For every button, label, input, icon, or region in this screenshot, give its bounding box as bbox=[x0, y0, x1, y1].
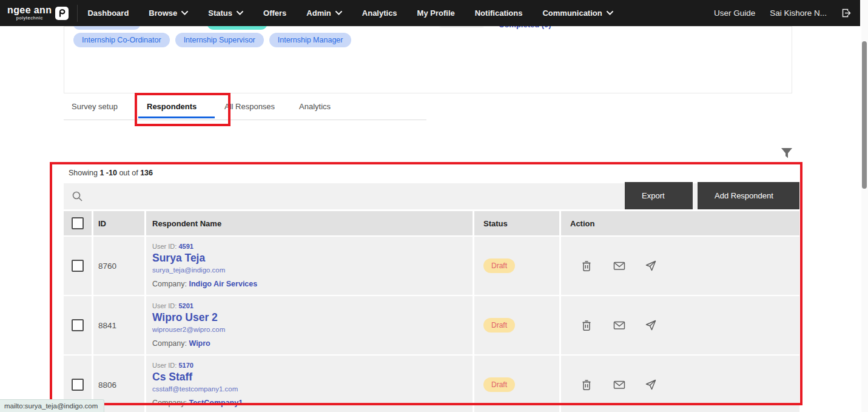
row-name-cell: User ID: 5201 Wipro User 2 wiprouser2@wi… bbox=[146, 296, 473, 354]
nav-item-label: Communication bbox=[542, 8, 602, 18]
nav-item-offers[interactable]: Offers bbox=[263, 8, 286, 18]
tab-respondents[interactable]: Respondents bbox=[147, 102, 197, 111]
tab-analytics[interactable]: Analytics bbox=[299, 102, 331, 111]
add-respondent-button[interactable]: Add Respondent bbox=[698, 182, 799, 209]
search-icon[interactable] bbox=[72, 191, 83, 202]
header-status: Status bbox=[474, 211, 559, 235]
nav-item-notifications[interactable]: Notifications bbox=[475, 8, 523, 18]
table-header: ID Respondent Name Status Action bbox=[64, 211, 799, 235]
table-row: 8841 User ID: 5201 Wipro User 2 wiprouse… bbox=[64, 296, 799, 354]
envelope-icon[interactable] bbox=[613, 319, 625, 331]
ngee-ann-logo[interactable]: ngee ann polytechnic bbox=[0, 0, 77, 26]
np-logo-icon bbox=[55, 7, 69, 20]
envelope-icon[interactable] bbox=[613, 379, 625, 391]
table-row: 8806 User ID: 5170 Cs Staff csstaff@test… bbox=[64, 356, 799, 412]
row-status-cell: Draft bbox=[474, 296, 559, 354]
row-checkbox-cell bbox=[64, 237, 92, 295]
logo-line2: polytechnic bbox=[7, 16, 52, 21]
nav-item-dashboard[interactable]: Dashboard bbox=[87, 8, 129, 18]
company-value: Indigo Air Services bbox=[189, 280, 257, 288]
select-all-checkbox[interactable] bbox=[72, 217, 84, 229]
nav-item-analytics[interactable]: Analytics bbox=[362, 8, 397, 18]
respondent-name-link[interactable]: Cs Staff bbox=[152, 371, 243, 384]
chevron-down-icon bbox=[607, 11, 613, 15]
top-navbar: ngee ann polytechnic Dashboard Browse St… bbox=[0, 0, 860, 26]
paper-plane-icon[interactable] bbox=[645, 319, 657, 331]
status-badge: Draft bbox=[483, 258, 515, 273]
row-action-cell bbox=[561, 356, 799, 412]
nav-item-status[interactable]: Status bbox=[208, 8, 243, 18]
tab-survey-setup[interactable]: Survey setup bbox=[72, 102, 118, 111]
company-value: Wipro bbox=[189, 339, 210, 348]
trash-icon[interactable] bbox=[580, 260, 593, 272]
user-name-menu[interactable]: Sai Kishore N... bbox=[770, 8, 827, 18]
role-chip-internship-supervisor[interactable]: Internship Supervisor bbox=[175, 33, 264, 47]
respondent-email-link[interactable]: csstaff@testcompany1.com bbox=[152, 385, 243, 393]
row-name-cell: User ID: 4591 Surya Teja surya_teja@indi… bbox=[146, 237, 473, 295]
nav-item-communication[interactable]: Communication bbox=[542, 8, 613, 18]
chevron-down-icon bbox=[237, 11, 243, 15]
company-line: Company: TestCompany1 bbox=[152, 399, 243, 408]
filter-funnel-icon[interactable] bbox=[780, 147, 793, 160]
user-id-line: User ID: 4591 bbox=[152, 243, 257, 251]
nav-item-my-profile[interactable]: My Profile bbox=[417, 8, 455, 18]
company-label: Company: bbox=[152, 339, 189, 348]
header-action: Action bbox=[561, 211, 799, 235]
respondent-id: 8806 bbox=[98, 380, 116, 390]
company-value: TestCompany1 bbox=[189, 399, 243, 407]
nav-item-label: Offers bbox=[263, 8, 286, 18]
row-checkbox[interactable] bbox=[72, 379, 84, 391]
active-tab-underline bbox=[138, 117, 215, 118]
user-id-value: 5201 bbox=[178, 302, 193, 309]
role-chip-row: Internship Co-OrdinatorInternship Superv… bbox=[73, 33, 351, 47]
tab-all-responses[interactable]: All Responses bbox=[224, 102, 275, 111]
role-chip-internship-co-ordinator[interactable]: Internship Co-Ordinator bbox=[73, 33, 170, 47]
status-badge: Draft bbox=[483, 377, 515, 392]
user-id-line: User ID: 5201 bbox=[152, 302, 225, 311]
user-id-label: User ID: bbox=[152, 302, 178, 309]
respondent-id: 8841 bbox=[98, 321, 116, 330]
logo-line1: ngee ann bbox=[7, 5, 52, 15]
user-id-value: 5170 bbox=[178, 362, 193, 369]
row-id-cell: 8841 bbox=[93, 296, 144, 354]
nav-item-label: Status bbox=[208, 8, 232, 18]
envelope-icon[interactable] bbox=[613, 260, 625, 272]
role-chip-internship-manager[interactable]: Internship Manager bbox=[269, 33, 352, 47]
nav-item-label: Analytics bbox=[362, 8, 397, 18]
row-checkbox-cell bbox=[64, 296, 92, 354]
nav-item-admin[interactable]: Admin bbox=[306, 8, 341, 18]
paper-plane-icon[interactable] bbox=[645, 379, 657, 391]
user-id-label: User ID: bbox=[152, 362, 178, 369]
table-body: 8760 User ID: 4591 Surya Teja surya_teja… bbox=[64, 237, 799, 412]
row-action-cell bbox=[561, 237, 799, 295]
scrollbar-thumb[interactable] bbox=[862, 41, 867, 189]
trash-icon[interactable] bbox=[580, 379, 593, 391]
company-line: Company: Wipro bbox=[152, 339, 225, 349]
trash-icon[interactable] bbox=[580, 319, 593, 331]
row-checkbox[interactable] bbox=[72, 319, 84, 331]
chevron-down-icon bbox=[181, 11, 188, 15]
paper-plane-icon[interactable] bbox=[645, 260, 657, 272]
status-badge: Draft bbox=[483, 318, 515, 333]
nav-right-group: User Guide Sai Kishore N... bbox=[714, 0, 852, 26]
nav-item-browse[interactable]: Browse bbox=[149, 8, 188, 18]
respondent-name-link[interactable]: Wipro User 2 bbox=[152, 311, 225, 325]
respondent-email-link[interactable]: surya_teja@indigo.com bbox=[152, 266, 257, 274]
respondent-name-link[interactable]: Surya Teja bbox=[152, 252, 257, 265]
company-label: Company: bbox=[152, 280, 189, 288]
nav-item-label: Dashboard bbox=[87, 8, 129, 18]
respondent-email-link[interactable]: wiprouser2@wipro.com bbox=[152, 325, 225, 334]
link-preview-tooltip: mailto:surya_teja@indigo.com bbox=[0, 399, 104, 412]
export-button[interactable]: Export bbox=[625, 182, 693, 209]
row-checkbox[interactable] bbox=[72, 260, 84, 272]
user-id-label: User ID: bbox=[152, 243, 178, 250]
row-status-cell: Draft bbox=[474, 237, 559, 295]
nav-item-label: My Profile bbox=[417, 8, 455, 18]
respondent-id: 8760 bbox=[98, 262, 116, 271]
header-checkbox-cell bbox=[64, 211, 92, 235]
chevron-down-icon bbox=[335, 11, 342, 15]
logout-icon[interactable] bbox=[841, 8, 852, 18]
user-guide-link[interactable]: User Guide bbox=[714, 8, 755, 18]
nav-item-label: Browse bbox=[149, 8, 177, 18]
nav-menu: Dashboard Browse Status Offers Admin Ana… bbox=[87, 0, 613, 26]
